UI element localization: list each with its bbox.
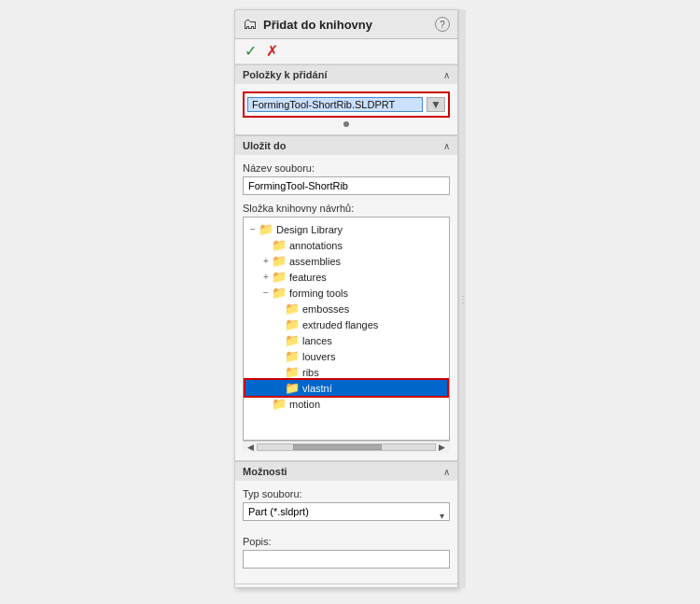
section-save-title: Uložit do	[243, 140, 286, 151]
scrollbar-track[interactable]	[257, 443, 436, 451]
section-options-title: Možnosti	[243, 466, 287, 477]
tree-expand-btn[interactable]: +	[260, 272, 272, 282]
tree-item-extruded-flanges[interactable]: 📁 extruded flanges	[245, 316, 447, 332]
section-save-chevron: ∧	[443, 141, 450, 151]
section-save: Uložit do ∧ Název souboru: Složka knihov…	[235, 135, 457, 461]
folder-icon: 📁	[272, 254, 287, 268]
cancel-button[interactable]: ✗	[264, 44, 280, 59]
tree-item-annotations[interactable]: 📁 annotations	[245, 237, 447, 253]
confirm-button[interactable]: ✓	[243, 44, 259, 59]
section-options-header[interactable]: Možnosti ∧	[235, 461, 457, 481]
section-items-chevron: ∧	[443, 70, 450, 80]
dots-indicator	[243, 121, 450, 127]
help-button[interactable]: ?	[435, 17, 450, 32]
folder-icon: 📁	[259, 222, 273, 236]
header-left: 🗂 Přidat do knihovny	[243, 16, 372, 33]
folder-label: ribs	[302, 367, 319, 378]
toolbar: ✓ ✗	[235, 39, 457, 64]
filetype-label: Typ souboru:	[243, 488, 450, 499]
folder-label: annotations	[289, 240, 343, 251]
tree-item-embosses[interactable]: 📁 embosses	[245, 301, 447, 316]
tree-expand-btn[interactable]: −	[260, 288, 272, 298]
folder-label: assemblies	[289, 256, 341, 267]
section-options-chevron: ∧	[443, 467, 450, 477]
tree-item-ribs[interactable]: 📁 ribs	[245, 364, 447, 380]
folder-icon: 📁	[285, 333, 300, 347]
description-label: Popis:	[243, 536, 450, 547]
folder-label: Složka knihovny návrhů:	[243, 203, 450, 214]
folder-icon: 📁	[285, 349, 300, 363]
filename-label: Název souboru:	[243, 162, 450, 174]
scroll-right-arrow[interactable]: ▶	[436, 442, 448, 452]
tree-item-forming-tools[interactable]: − 📁 forming tools	[245, 285, 447, 301]
folder-label: lances	[302, 335, 332, 346]
folder-icon: 📁	[285, 365, 300, 379]
section-save-body: Název souboru: Složka knihovny návrhů: −…	[235, 155, 457, 460]
dialog-panel: 🗂 Přidat do knihovny ? ✓ ✗ Položky k při…	[234, 9, 458, 588]
item-remove-button[interactable]: ▼	[427, 97, 445, 112]
folder-label: Design Library	[276, 224, 343, 235]
items-list: FormingTool-ShortRib.SLDPRT ▼	[243, 91, 450, 118]
scrollbar-thumb[interactable]	[293, 444, 382, 450]
folder-label: extruded flanges	[302, 319, 378, 330]
scroll-left-arrow[interactable]: ◀	[245, 442, 257, 452]
tree-item-vlastni[interactable]: 📁 vlastní	[245, 380, 447, 396]
folder-label: embosses	[302, 303, 349, 315]
folder-icon: 📁	[272, 270, 287, 284]
folder-icon: 📁	[272, 397, 287, 411]
description-input[interactable]	[243, 550, 450, 569]
filename-input[interactable]	[243, 176, 450, 195]
folder-icon: 📁	[272, 238, 287, 252]
tree-item-louvers[interactable]: 📁 louvers	[245, 348, 447, 364]
tree-item-lances[interactable]: 📁 lances	[245, 332, 447, 348]
section-options-body: Typ souboru: Part (*.sldprt)Assembly (*.…	[235, 481, 457, 583]
folder-icon: 📁	[285, 381, 300, 395]
folder-label: motion	[289, 399, 320, 410]
dialog-header: 🗂 Přidat do knihovny ?	[235, 10, 457, 39]
filetype-select[interactable]: Part (*.sldprt)Assembly (*.sldasm)Drawin…	[243, 502, 450, 521]
folder-icon: 📁	[272, 286, 287, 300]
section-save-header[interactable]: Uložit do ∧	[235, 135, 457, 155]
tree-item-assemblies[interactable]: + 📁 assemblies	[245, 253, 447, 269]
section-items: Položky k přidání ∧ FormingTool-ShortRib…	[235, 64, 457, 135]
tree-item-features[interactable]: + 📁 features	[245, 269, 447, 285]
folder-label: vlastní	[302, 383, 332, 394]
tree-expand-btn[interactable]: −	[247, 224, 259, 234]
tree-item-motion[interactable]: 📁 motion	[245, 396, 447, 412]
resize-handle[interactable]: ⋮	[458, 9, 466, 588]
item-file-label: FormingTool-ShortRib.SLDPRT	[247, 97, 423, 112]
tree-expand-btn[interactable]: +	[260, 256, 272, 266]
folder-icon: 📁	[285, 317, 300, 331]
section-items-title: Položky k přidání	[243, 69, 327, 80]
folder-tree: − 📁 Design Library 📁 annotations + 📁 ass…	[244, 218, 449, 415]
folder-label: louvers	[302, 351, 335, 362]
tree-item-design-library[interactable]: − 📁 Design Library	[245, 221, 447, 237]
folder-tree-container[interactable]: − 📁 Design Library 📁 annotations + 📁 ass…	[243, 217, 450, 441]
library-icon: 🗂	[243, 16, 258, 33]
filetype-select-wrapper: Part (*.sldprt)Assembly (*.sldasm)Drawin…	[243, 502, 450, 528]
dialog-title: Přidat do knihovny	[263, 18, 372, 32]
section-items-header[interactable]: Položky k přidání ∧	[235, 64, 457, 84]
folder-label: features	[289, 272, 327, 283]
section-items-body: FormingTool-ShortRib.SLDPRT ▼	[235, 84, 457, 134]
scrollbar-x[interactable]: ◀ ▶	[243, 441, 450, 453]
folder-label: forming tools	[289, 288, 348, 299]
dot-1	[343, 121, 349, 127]
folder-icon: 📁	[285, 302, 300, 316]
section-options: Možnosti ∧ Typ souboru: Part (*.sldprt)A…	[235, 461, 457, 584]
